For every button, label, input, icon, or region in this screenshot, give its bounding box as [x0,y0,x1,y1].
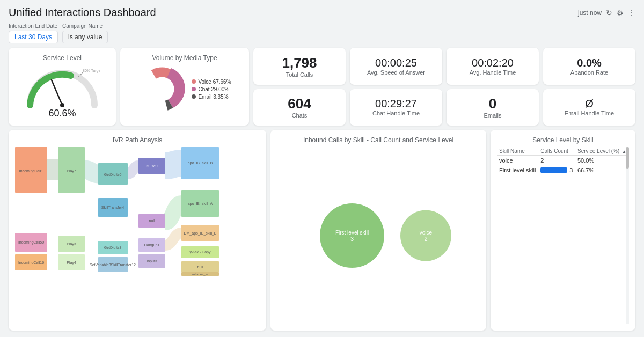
bar-value: 3 [569,167,573,173]
scrollbar-track[interactable] [626,147,629,324]
chats-label: Chats [292,112,308,119]
avg-speed-label: Avg. Speed of Answer [367,69,425,76]
charts-row: IVR Path Anaysis IncomingCall1 IncomingC… [9,130,635,331]
table-row: First level skill 3 66.7% [497,165,629,175]
inbound-card: Inbound Calls by Skill - Call Count and … [270,130,486,331]
table-row: voice 2 50.0% [497,156,629,166]
header-actions: just now ↻ ⚙ ⋮ [578,9,635,17]
svg-point-3 [60,103,64,107]
skill-table: Skill Name Calls Count Service Level (%)… [497,147,629,175]
svg-text:Play4: Play4 [67,261,76,265]
emails-value: 0 [489,96,496,112]
interaction-end-date-label: Interaction End Date [9,23,58,29]
volume-media-card: Volume by Media Type [120,48,249,126]
pie-chart [138,65,186,113]
bubble-voice: voice 2 [400,210,451,261]
calls-count-voice: 2 [538,156,575,166]
campaign-name-label: Campaign Name [62,23,108,29]
svg-line-2 [52,80,62,105]
svg-text:apo_IB_skill_B: apo_IB_skill_B [188,161,213,165]
email-handle-label: Email Handle Time [565,110,614,116]
skill-name-first: First level skill [497,165,538,175]
avg-handle-value: 00:02:20 [472,57,514,69]
service-level-value: 60.6% [48,108,76,119]
svg-text:Hangup1: Hangup1 [144,243,160,247]
chat-dot [192,87,196,91]
dashboard-container: Unified Interactions Dashboard just now … [0,0,644,337]
ivr-sankey: IncomingCall1 IncomingCall50 IncomingCal… [15,147,260,276]
bubble-first-level: First level skill 3 [320,203,384,268]
bubble-first-label: First level skill [335,230,369,236]
ivr-card: IVR Path Anaysis IncomingCall1 IncomingC… [9,130,266,331]
svg-text:null: null [197,265,203,269]
emails-card: 0 Emails [447,89,539,126]
inbound-title: Inbound Calls by Skill - Call Count and … [277,136,480,144]
col-service-level: Service Level (%) ▲ [575,147,629,156]
interaction-end-date-btn[interactable]: Last 30 Days [9,31,58,43]
skill-table-area: Skill Name Calls Count Service Level (%)… [497,147,629,324]
campaign-name-btn[interactable]: is any value [62,31,108,43]
service-level-card: Service Level 80% Target [9,48,116,126]
skill-name-voice: voice [497,156,538,166]
email-label: Email 3.35% [198,94,228,100]
svg-text:IncomingCall50: IncomingCall50 [18,240,44,245]
more-icon[interactable]: ⋮ [628,9,635,17]
service-level-title: Service Level [43,54,82,62]
skill-card: Service Level by Skill Skill Name Calls … [491,130,635,331]
main-content: Service Level 80% Target [9,48,635,331]
svg-text:sultanev_ivr: sultanev_ivr [192,273,209,276]
svg-text:80% Target: 80% Target [83,69,100,73]
svg-text:SetVariable3SkillTransfer12: SetVariable3SkillTransfer12 [90,263,136,267]
email-handle-card: Ø Email Handle Time [543,89,635,126]
avg-handle-label: Avg. Handle Time [470,69,516,76]
metrics-row: Service Level 80% Target [9,48,635,126]
filter-campaign-name: Campaign Name is any value [62,23,108,43]
avg-speed-card: 00:00:25 Avg. Speed of Answer [350,48,442,85]
chat-label: Chat 29.00% [198,86,229,92]
svg-text:Play3: Play3 [67,242,76,246]
filter-row: Interaction End Date Last 30 Days Campai… [9,23,635,43]
ivr-chart: IncomingCall1 IncomingCall50 IncomingCal… [15,147,260,324]
legend-voice: Voice 67.66% [192,79,231,85]
bar-cell: 3 [540,167,573,173]
emails-label: Emails [484,112,501,119]
abandon-rate-card: 0.0% Abandon Rate [543,48,635,85]
gauge-chart: 80% Target [25,65,100,108]
svg-text:IncomingCall1: IncomingCall1 [19,169,43,173]
svg-text:null: null [149,219,155,223]
legend-chat: Chat 29.00% [192,86,231,92]
filter-interaction-end-date: Interaction End Date Last 30 Days [9,23,58,43]
svg-text:Input3: Input3 [147,259,157,263]
ivr-title: IVR Path Anaysis [15,136,260,144]
total-calls-card: 1,798 Total Calls [253,48,346,85]
scrollbar-thumb[interactable] [626,147,629,169]
chat-handle-card: 00:29:27 Chat Handle Time [350,89,442,126]
avg-speed-value: 00:00:25 [375,57,417,69]
metrics-right: 1,798 Total Calls 00:00:25 Avg. Speed of… [253,48,635,126]
page-title: Unified Interactions Dashboard [9,6,156,19]
pie-container: Voice 67.66% Chat 29.00% Email 3.35% [138,65,231,113]
refresh-icon[interactable]: ↻ [606,9,612,17]
filter-icon[interactable]: ⚙ [617,9,624,17]
svg-text:DM_apo_IB_skill_B: DM_apo_IB_skill_B [184,231,216,236]
abandon-rate-value: 0.0% [577,57,602,69]
timestamp-label: just now [578,9,602,17]
email-dot [192,94,196,99]
voice-label: Voice 67.66% [198,79,231,85]
svg-text:GetDigits3: GetDigits3 [104,246,122,250]
bubble-voice-label: voice [420,230,432,236]
header-row: Unified Interactions Dashboard just now … [9,6,635,19]
total-calls-label: Total Calls [286,71,313,78]
bubble-first-count: 3 [350,236,354,242]
bubble-voice-count: 2 [424,236,427,242]
chats-value: 604 [288,96,311,112]
calls-bar [540,167,567,173]
chat-handle-value: 00:29:27 [375,98,417,110]
bubble-chart: First level skill 3 voice 2 [277,147,480,324]
legend-email: Email 3.35% [192,94,231,100]
svg-text:IfElse9: IfElse9 [146,164,158,168]
skill-title: Service Level by Skill [497,136,629,144]
svg-text:yv-sk - Copy: yv-sk - Copy [190,250,211,254]
pie-legend: Voice 67.66% Chat 29.00% Email 3.35% [192,79,231,100]
svg-point-4 [150,77,174,101]
